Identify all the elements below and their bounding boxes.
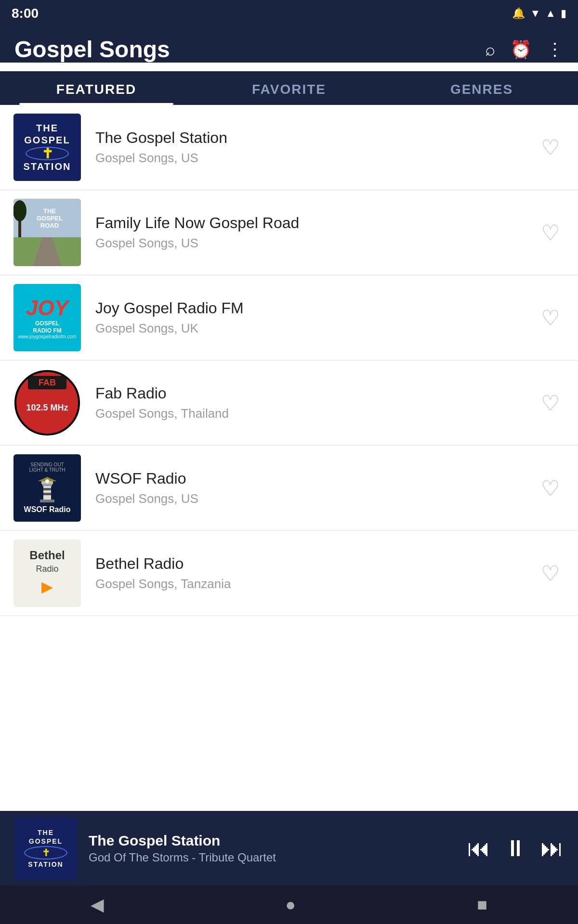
favorite-button[interactable]: ♡ — [536, 386, 565, 420]
list-item[interactable]: SENDING OUTLIGHT & TRUTH WSOF Radio WSOF… — [0, 446, 578, 531]
svg-rect-8 — [43, 484, 51, 500]
favorite-button[interactable]: ♡ — [536, 301, 565, 335]
status-bar: 8:00 🔔 ▼ ▲ ▮ — [0, 0, 578, 26]
home-button[interactable]: ● — [285, 895, 296, 915]
favorite-button[interactable]: ♡ — [536, 556, 565, 590]
player-station-name: The Gospel Station — [89, 833, 467, 849]
svg-text:GOSPEL: GOSPEL — [37, 215, 63, 222]
favorite-button[interactable]: ♡ — [536, 216, 565, 250]
notification-icon: 🔔 — [512, 7, 525, 20]
header: Gospel Songs ⌕ ⏰ ⋮ — [0, 26, 578, 63]
station-list: THE GOSPEL ✝ STATION The Gospel Station … — [0, 105, 578, 616]
favorite-button[interactable]: ♡ — [536, 130, 565, 165]
station-sub: Gospel Songs, US — [95, 491, 536, 506]
tab-genres[interactable]: GENRES — [385, 71, 578, 105]
svg-rect-15 — [40, 500, 54, 502]
svg-rect-12 — [43, 493, 51, 495]
station-sub: Gospel Songs, Thailand — [95, 406, 536, 421]
station-thumbnail-fab: FAB 102.5 MHz — [13, 369, 81, 436]
player-thumbnail: THE GOSPEL ✝ STATION — [14, 817, 77, 880]
status-time: 8:00 — [12, 6, 39, 21]
tab-favorite[interactable]: FAVORITE — [193, 71, 385, 105]
station-info: The Gospel Station Gospel Songs, US — [95, 129, 536, 166]
bottom-nav: ◀ ● ■ — [0, 886, 578, 924]
player-bar: THE GOSPEL ✝ STATION The Gospel Station … — [0, 811, 578, 886]
battery-icon: ▮ — [561, 7, 566, 20]
station-name: The Gospel Station — [95, 129, 536, 147]
station-name: Joy Gospel Radio FM — [95, 299, 536, 317]
station-info: Family Life Now Gospel Road Gospel Songs… — [95, 214, 536, 251]
recents-button[interactable]: ■ — [477, 895, 487, 915]
wifi-icon: ▼ — [530, 7, 540, 20]
station-sub: Gospel Songs, US — [95, 236, 536, 251]
station-sub: Gospel Songs, US — [95, 151, 536, 166]
header-actions: ⌕ ⏰ ⋮ — [485, 39, 564, 60]
tab-featured[interactable]: FEATURED — [0, 71, 193, 105]
list-item[interactable]: THE GOSPEL ✝ STATION The Gospel Station … — [0, 105, 578, 190]
more-vert-icon[interactable]: ⋮ — [546, 39, 564, 60]
station-thumbnail-gospel-road: THE GOSPEL ROAD — [13, 199, 81, 266]
player-controls: ⏮ ⏸ ⏭ — [467, 835, 564, 861]
next-button[interactable]: ⏭ — [540, 835, 564, 861]
prev-button[interactable]: ⏮ — [467, 835, 490, 861]
station-info: Fab Radio Gospel Songs, Thailand — [95, 385, 536, 421]
signal-icon: ▲ — [545, 7, 556, 20]
list-item[interactable]: JOY GOSPELRADIO FM www.joygospelradiofm.… — [0, 275, 578, 360]
list-item[interactable]: Bethel Radio ► Bethel Radio Gospel Songs… — [0, 531, 578, 616]
station-info: WSOF Radio Gospel Songs, US — [95, 470, 536, 506]
station-name: WSOF Radio — [95, 470, 536, 488]
station-name: Family Life Now Gospel Road — [95, 214, 536, 232]
svg-text:THE: THE — [43, 207, 56, 215]
station-sub: Gospel Songs, Tanzania — [95, 577, 536, 591]
page-title: Gospel Songs — [14, 36, 170, 63]
svg-text:ROAD: ROAD — [40, 222, 59, 229]
station-thumbnail-bethel: Bethel Radio ► — [13, 539, 81, 607]
back-button[interactable]: ◀ — [91, 895, 104, 915]
list-item[interactable]: FAB 102.5 MHz Fab Radio Gospel Songs, Th… — [0, 360, 578, 446]
status-icons: 🔔 ▼ ▲ ▮ — [512, 7, 566, 20]
station-name: Fab Radio — [95, 385, 536, 402]
svg-point-14 — [45, 479, 49, 483]
alarm-icon[interactable]: ⏰ — [510, 39, 532, 60]
list-item[interactable]: THE GOSPEL ROAD Family Life Now Gospel R… — [0, 190, 578, 275]
station-info: Bethel Radio Gospel Songs, Tanzania — [95, 555, 536, 591]
station-name: Bethel Radio — [95, 555, 536, 573]
search-icon[interactable]: ⌕ — [485, 39, 496, 60]
station-thumbnail-joy: JOY GOSPELRADIO FM www.joygospelradiofm.… — [13, 284, 81, 351]
tabs: FEATURED FAVORITE GENRES — [0, 71, 578, 105]
player-song-title: God Of The Storms - Tribute Quartet — [89, 851, 467, 864]
pause-button[interactable]: ⏸ — [504, 835, 527, 861]
svg-rect-11 — [43, 488, 51, 490]
player-info: The Gospel Station God Of The Storms - T… — [89, 833, 467, 864]
svg-point-4 — [13, 200, 26, 221]
station-info: Joy Gospel Radio FM Gospel Songs, UK — [95, 299, 536, 336]
station-thumbnail-wsof: SENDING OUTLIGHT & TRUTH WSOF Radio — [13, 454, 81, 522]
station-thumbnail-gospel-station: THE GOSPEL ✝ STATION — [13, 114, 81, 181]
station-sub: Gospel Songs, UK — [95, 321, 536, 336]
favorite-button[interactable]: ♡ — [536, 471, 565, 505]
